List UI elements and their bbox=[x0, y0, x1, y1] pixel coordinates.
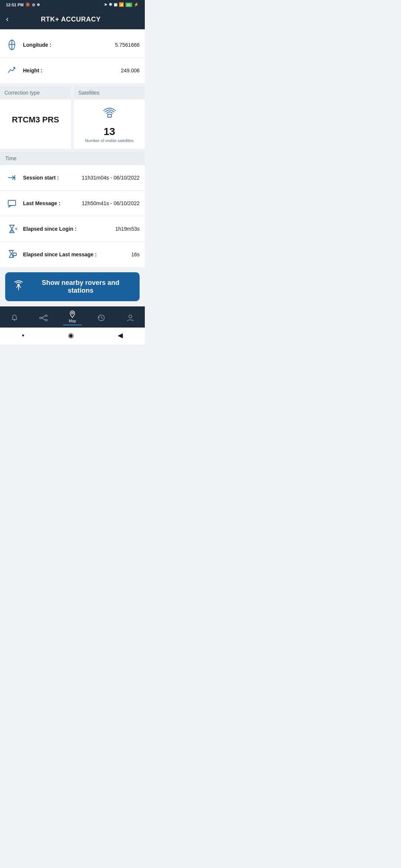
elapsed-last-message-icon bbox=[5, 248, 19, 261]
session-start-label: Session start : bbox=[23, 175, 82, 181]
satellites-body: 13 Number of visible satellites bbox=[74, 99, 145, 149]
nav-item-map[interactable]: Map bbox=[63, 310, 82, 325]
status-right: ➤ ✱ ▣ 📶 91 ⚡ bbox=[104, 2, 139, 7]
longitude-value: 5.7561666 bbox=[115, 42, 140, 48]
elapsed-last-message-row: Elapsed since Last message : 16s bbox=[0, 242, 145, 267]
correction-type-value: RTCM3 PRS bbox=[12, 115, 59, 125]
nav-item-alerts[interactable] bbox=[5, 314, 24, 322]
height-value: 249.006 bbox=[121, 68, 140, 73]
time-card: Time Session start : 11h31m04s - 06/10/2… bbox=[0, 152, 145, 267]
battery-indicator: 91 bbox=[125, 3, 132, 7]
elapsed-login-label: Elapsed since Login : bbox=[23, 226, 115, 232]
status-time: 12:51 PM bbox=[6, 3, 24, 7]
satellite-description: Number of visible satellites bbox=[85, 138, 134, 143]
bottom-navigation: Map bbox=[0, 306, 145, 328]
svg-point-22 bbox=[72, 312, 74, 314]
session-start-value: 11h31m04s - 06/10/2022 bbox=[82, 175, 140, 181]
last-message-row: Last Message : 12h50m41s - 06/10/2022 bbox=[0, 191, 145, 216]
correction-type-header: Correction type bbox=[0, 86, 71, 99]
status-bar: 12:51 PM 🔕 ◎ ⊕ ➤ ✱ ▣ 📶 91 ⚡ bbox=[0, 0, 145, 9]
satellites-card: Satellites 13 Number of visible satellit… bbox=[74, 86, 145, 149]
nav-item-history[interactable] bbox=[92, 314, 111, 322]
correction-type-card: Correction type RTCM3 PRS bbox=[0, 86, 71, 149]
bell-icon bbox=[10, 314, 19, 322]
last-message-icon bbox=[5, 197, 19, 210]
charging-icon: ⚡ bbox=[134, 2, 139, 7]
correction-satellites-row: Correction type RTCM3 PRS Satellites bbox=[0, 86, 145, 149]
show-nearby-icon bbox=[13, 280, 25, 294]
nav-item-profile[interactable] bbox=[121, 314, 140, 322]
satellite-signal-icon bbox=[101, 105, 118, 123]
session-start-icon bbox=[5, 171, 19, 184]
nav-item-connect[interactable] bbox=[34, 314, 53, 322]
correction-type-body: RTCM3 PRS bbox=[0, 99, 71, 140]
location-card: Longitude : 5.7561666 Height : 249.006 bbox=[0, 29, 145, 83]
user-icon bbox=[126, 314, 134, 322]
longitude-label: Longitude : bbox=[23, 42, 115, 48]
svg-point-24 bbox=[129, 315, 132, 318]
height-icon bbox=[5, 64, 19, 77]
svg-rect-18 bbox=[45, 315, 47, 316]
elapsed-login-value: 1h19m53s bbox=[115, 226, 140, 232]
time-section-header: Time bbox=[0, 152, 145, 165]
svg-rect-11 bbox=[13, 253, 16, 256]
longitude-row: Longitude : 5.7561666 bbox=[0, 32, 145, 58]
elapsed-login-icon bbox=[5, 222, 19, 236]
app-header: ‹ RTK+ ACCURACY bbox=[0, 9, 145, 29]
square-button[interactable]: ▪ bbox=[22, 332, 24, 339]
system-navigation-bar: ▪ ◉ ◀ bbox=[0, 328, 145, 345]
session-start-row: Session start : 11h31m04s - 06/10/2022 bbox=[0, 165, 145, 191]
back-system-button[interactable]: ◀ bbox=[118, 331, 123, 339]
last-message-value: 12h50m41s - 06/10/2022 bbox=[82, 200, 140, 206]
page-title: RTK+ ACCURACY bbox=[13, 16, 128, 23]
svg-line-21 bbox=[42, 318, 45, 320]
back-button[interactable]: ‹ bbox=[6, 14, 9, 24]
height-label: Height : bbox=[23, 68, 121, 73]
mute-icon: 🔕 bbox=[25, 2, 30, 7]
show-nearby-label: Show nearby rovers and stations bbox=[29, 279, 132, 295]
location-status-icon: ◎ bbox=[32, 3, 35, 7]
svg-rect-17 bbox=[40, 317, 42, 319]
location-icon: ➤ bbox=[104, 2, 107, 7]
nodes-icon bbox=[39, 314, 48, 322]
clock-icon bbox=[97, 314, 105, 322]
wifi-icon: 📶 bbox=[119, 2, 124, 7]
svg-line-20 bbox=[42, 316, 45, 318]
elapsed-last-message-label: Elapsed since Last message : bbox=[23, 251, 97, 257]
elapsed-login-row: Elapsed since Login : 1h19m53s bbox=[0, 216, 145, 242]
elapsed-last-message-value: 16s bbox=[131, 251, 140, 257]
home-button[interactable]: ◉ bbox=[68, 331, 74, 339]
sim-icon: ▣ bbox=[114, 2, 117, 7]
satellites-header: Satellites bbox=[74, 86, 145, 99]
nav-item-map-label: Map bbox=[69, 319, 76, 323]
bluetooth-icon: ✱ bbox=[109, 2, 112, 7]
main-content: Longitude : 5.7561666 Height : 249.006 C… bbox=[0, 29, 145, 301]
svg-rect-2 bbox=[108, 114, 111, 117]
svg-point-15 bbox=[18, 284, 19, 286]
height-row: Height : 249.006 bbox=[0, 58, 145, 83]
svg-rect-5 bbox=[8, 200, 16, 206]
map-pin-icon bbox=[68, 310, 76, 318]
satellite-count: 13 bbox=[104, 126, 115, 138]
record-icon: ⊕ bbox=[37, 3, 40, 7]
show-nearby-button[interactable]: Show nearby rovers and stations bbox=[5, 272, 140, 301]
status-left: 12:51 PM 🔕 ◎ ⊕ bbox=[6, 2, 40, 7]
svg-rect-19 bbox=[45, 319, 47, 321]
longitude-icon bbox=[5, 38, 19, 52]
elapsed-last-message-label-wrap: Elapsed since Last message : bbox=[23, 251, 131, 257]
last-message-label: Last Message : bbox=[23, 200, 82, 206]
